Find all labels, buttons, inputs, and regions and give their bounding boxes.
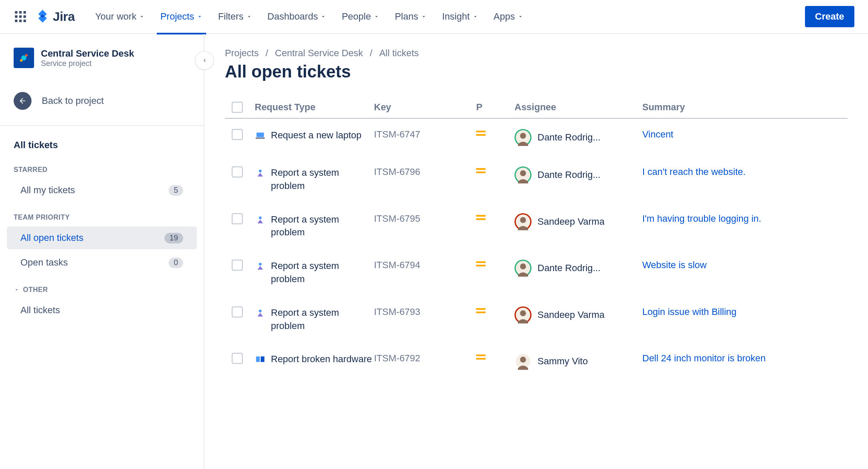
nav-item-insight[interactable]: Insight <box>435 0 485 34</box>
chevron-down-icon <box>14 287 20 293</box>
chevron-down-icon <box>517 11 523 22</box>
sidebar-item-open-tasks[interactable]: Open tasks0 <box>7 251 197 274</box>
breadcrumb-separator: / <box>370 48 372 59</box>
ticket-summary-link[interactable]: Login issue with Billing <box>642 306 736 317</box>
svg-rect-24 <box>256 357 260 362</box>
table-row: Report broken hardwareITSM-6792Sammy Vit… <box>225 343 848 380</box>
row-checkbox[interactable] <box>232 213 243 224</box>
breadcrumb: Projects / Central Service Desk / All ti… <box>225 48 848 59</box>
svg-point-11 <box>520 170 526 176</box>
table-row: Report a system problemITSM-6795Sandeep … <box>225 203 848 250</box>
nav-item-projects[interactable]: Projects <box>153 0 209 34</box>
ticket-key[interactable]: ITSM-6796 <box>374 166 476 177</box>
nav-item-apps[interactable]: Apps <box>487 0 530 34</box>
sidebar-section-starred: STARRED <box>0 156 204 177</box>
project-subtitle: Service project <box>41 59 134 68</box>
ticket-summary-link[interactable]: I can't reach the website. <box>642 166 746 177</box>
svg-point-20 <box>259 309 262 312</box>
avatar <box>514 306 532 323</box>
divider <box>0 125 204 126</box>
ticket-summary-link[interactable]: Dell 24 inch monitor is broken <box>642 353 766 363</box>
nav-item-your-work[interactable]: Your work <box>88 0 152 34</box>
svg-point-19 <box>520 263 526 269</box>
svg-rect-25 <box>261 357 264 362</box>
nav-item-plans[interactable]: Plans <box>388 0 434 34</box>
count-badge: 5 <box>169 185 183 196</box>
row-checkbox[interactable] <box>232 353 243 364</box>
sidebar-section-other[interactable]: OTHER <box>0 276 204 297</box>
ticket-key[interactable]: ITSM-6792 <box>374 353 476 364</box>
svg-point-15 <box>520 217 526 223</box>
avatar <box>514 166 532 183</box>
ticket-summary-link[interactable]: Vincent <box>642 129 673 140</box>
svg-point-1 <box>20 59 23 62</box>
priority-medium-icon <box>476 261 486 268</box>
row-checkbox[interactable] <box>232 166 243 177</box>
app-switcher-icon[interactable] <box>14 10 27 23</box>
breadcrumb-projects[interactable]: Projects <box>225 48 259 59</box>
assignee-name: Dante Rodrig... <box>537 132 601 143</box>
sidebar-item-label: All open tickets <box>20 232 83 243</box>
chevron-down-icon <box>374 11 379 22</box>
create-button[interactable]: Create <box>805 6 854 27</box>
sidebar-item-label: All tickets <box>20 305 60 316</box>
table-row: Report a system problemITSM-6796Dante Ro… <box>225 156 848 203</box>
sidebar-item-all-my-tickets[interactable]: All my tickets5 <box>7 179 197 202</box>
col-request-type[interactable]: Request Type <box>255 102 374 113</box>
sidebar-item-label: All my tickets <box>20 185 75 196</box>
chevron-down-icon <box>197 11 203 22</box>
row-checkbox[interactable] <box>232 129 243 140</box>
top-nav: Jira Your workProjectsFiltersDashboardsP… <box>0 0 868 34</box>
col-summary[interactable]: Summary <box>642 102 848 113</box>
priority-medium-icon <box>476 168 486 175</box>
col-assignee[interactable]: Assignee <box>514 102 642 113</box>
avatar <box>514 353 532 370</box>
jira-logo[interactable]: Jira <box>36 9 75 24</box>
request-type-text: Report a system problem <box>271 306 374 333</box>
chevron-down-icon <box>320 11 326 22</box>
table-body: Request a new laptopITSM-6747Dante Rodri… <box>225 119 848 380</box>
project-icon <box>14 48 34 68</box>
nav-item-people[interactable]: People <box>335 0 386 34</box>
priority-medium-icon <box>476 131 486 137</box>
nav-item-filters[interactable]: Filters <box>211 0 259 34</box>
assignee-name: Sammy Vito <box>537 356 588 367</box>
back-arrow-icon <box>14 92 32 110</box>
sidebar-item-all-open-tickets[interactable]: All open tickets19 <box>7 226 197 249</box>
nav-items: Your workProjectsFiltersDashboardsPeople… <box>88 0 801 34</box>
ticket-summary-link[interactable]: Website is slow <box>642 260 707 270</box>
assignee-name: Sandeep Varma <box>537 216 604 227</box>
row-checkbox[interactable] <box>232 260 243 271</box>
ticket-key[interactable]: ITSM-6747 <box>374 129 476 140</box>
sidebar-section-team-priority: TEAM PRIORITY <box>0 203 204 225</box>
priority-medium-icon <box>476 355 486 361</box>
request-type-icon <box>255 307 266 318</box>
col-key[interactable]: Key <box>374 102 476 113</box>
svg-point-28 <box>520 357 526 363</box>
request-type-icon <box>255 214 266 225</box>
nav-item-dashboards[interactable]: Dashboards <box>261 0 333 34</box>
priority-medium-icon <box>476 215 486 222</box>
avatar <box>514 260 532 277</box>
row-checkbox[interactable] <box>232 306 243 317</box>
svg-point-2 <box>25 54 28 57</box>
breadcrumb-project[interactable]: Central Service Desk <box>275 48 363 59</box>
sidebar-item-label: Open tasks <box>20 257 68 268</box>
sidebar-item-all-tickets[interactable]: All tickets <box>7 299 197 322</box>
chevron-left-icon <box>201 57 207 63</box>
ticket-summary-link[interactable]: I'm having trouble logging in. <box>642 213 761 224</box>
ticket-key[interactable]: ITSM-6794 <box>374 260 476 271</box>
jira-icon <box>36 10 49 23</box>
sidebar-all-tickets-heading[interactable]: All tickets <box>0 134 204 156</box>
select-all-checkbox[interactable] <box>232 102 243 113</box>
breadcrumb-page[interactable]: All tickets <box>379 48 419 59</box>
svg-point-12 <box>259 216 262 219</box>
request-type-icon <box>255 260 266 272</box>
ticket-key[interactable]: ITSM-6795 <box>374 213 476 224</box>
collapse-sidebar-button[interactable] <box>195 51 214 70</box>
ticket-key[interactable]: ITSM-6793 <box>374 306 476 317</box>
col-priority[interactable]: P <box>476 102 514 113</box>
svg-point-23 <box>520 310 526 316</box>
request-type-icon <box>255 130 266 141</box>
back-to-project-link[interactable]: Back to project <box>0 85 204 117</box>
